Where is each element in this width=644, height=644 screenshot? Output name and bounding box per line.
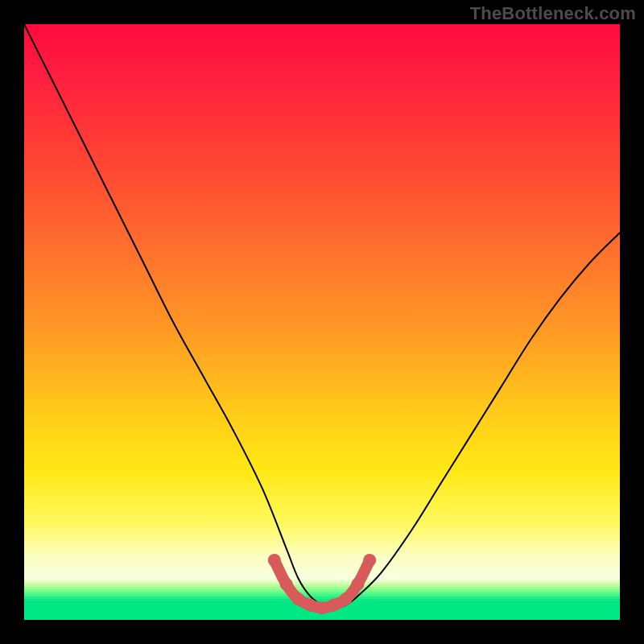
highlight-dot	[291, 592, 304, 605]
highlight-dot	[328, 599, 341, 612]
watermark-text: TheBottleneck.com	[470, 3, 636, 24]
main-curve	[24, 24, 620, 608]
highlight-dot	[340, 592, 353, 605]
highlight-dot	[268, 554, 281, 567]
plot-area	[24, 24, 620, 620]
highlight-dot	[303, 599, 316, 612]
highlight-dot	[363, 554, 376, 567]
highlight-dot	[351, 578, 364, 591]
highlight-dots	[268, 554, 376, 614]
highlight-dot	[316, 601, 328, 614]
highlight-dot	[280, 578, 293, 591]
curve-layer	[24, 24, 620, 620]
chart-frame: TheBottleneck.com	[0, 0, 644, 644]
